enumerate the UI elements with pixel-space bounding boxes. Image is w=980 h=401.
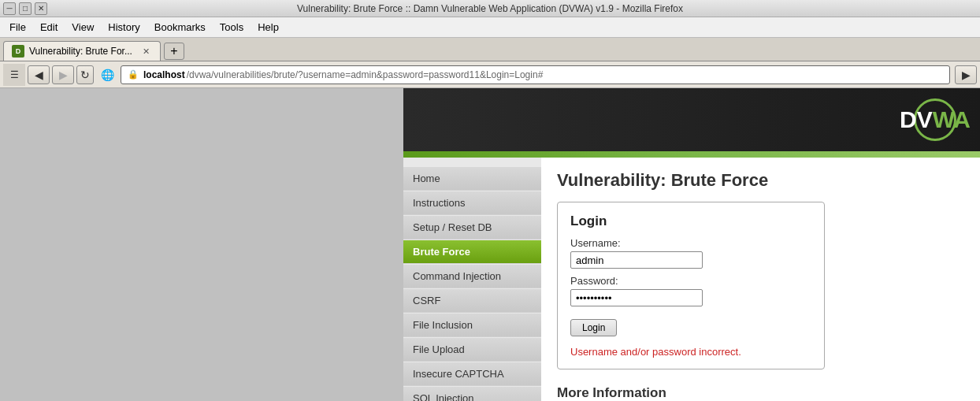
url-host: localhost [143,69,185,80]
left-panel [0,88,403,401]
maximize-button[interactable]: □ [19,2,32,15]
menu-bar: File Edit View History Bookmarks Tools H… [0,17,980,38]
tab-favicon: D [12,45,24,58]
dvwa-main: Home Instructions Setup / Reset DB Brute… [403,158,980,401]
globe-icon: 🌐 [96,65,118,84]
sidebar-item-brute-force[interactable]: Brute Force [403,240,541,264]
username-input[interactable] [570,251,703,269]
menu-view[interactable]: View [65,20,100,35]
sidebar-item-home[interactable]: Home [403,167,541,191]
page-content: DVWA Home Instructions Setup / Reset DB … [0,88,980,401]
menu-help[interactable]: Help [251,20,285,35]
window-controls: ─ □ ✕ [3,2,47,15]
window-title: Vulnerability: Brute Force :: Damn Vulne… [297,3,683,14]
page-title: Vulnerability: Brute Force [557,170,964,191]
sidebar-item-sql-injection[interactable]: SQL Injection [403,387,541,401]
back-button[interactable]: ◀ [28,65,50,84]
sidebar-item-insecure-captcha[interactable]: Insecure CAPTCHA [403,362,541,386]
password-group: Password: [570,275,811,306]
menu-bookmarks[interactable]: Bookmarks [148,20,212,35]
dvwa-app: DVWA Home Instructions Setup / Reset DB … [403,88,980,401]
dvwa-logo-text: DVWA [900,106,971,133]
sidebar-item-setup[interactable]: Setup / Reset DB [403,216,541,239]
header-stripe [403,151,980,158]
dvwa-logo-circle: DVWA [914,98,956,141]
personal-menu-button[interactable]: ☰ [3,64,25,86]
url-bar[interactable]: 🔒 localhost/dvwa/vulnerabilities/brute/?… [121,65,950,84]
username-group: Username: [570,237,811,269]
forward-button[interactable]: ▶ [52,65,74,84]
login-title: Login [570,213,811,229]
menu-history[interactable]: History [102,20,146,35]
close-button[interactable]: ✕ [35,2,47,15]
menu-edit[interactable]: Edit [34,20,64,35]
minimize-button[interactable]: ─ [3,2,16,15]
dvwa-header: DVWA [403,88,980,151]
username-label: Username: [570,237,811,249]
url-text: 🔒 localhost/dvwa/vulnerabilities/brute/?… [128,69,543,80]
menu-tools[interactable]: Tools [213,20,250,35]
dvwa-content: Vulnerability: Brute Force Login Usernam… [541,158,980,401]
sidebar-item-file-inclusion[interactable]: File Inclusion [403,314,541,337]
password-input[interactable] [570,289,703,306]
url-path: /dvwa/vulnerabilities/brute/?username=ad… [187,69,544,80]
login-box: Login Username: Password: Login Username… [557,202,825,369]
sidebar-item-csrf[interactable]: CSRF [403,289,541,313]
dvwa-logo: DVWA [911,98,956,141]
nav-bar: ☰ ◀ ▶ ↻ 🌐 🔒 localhost/dvwa/vulnerabiliti… [0,61,980,88]
sidebar-item-command-injection[interactable]: Command Injection [403,265,541,288]
new-tab-button[interactable]: + [164,43,184,60]
window-titlebar: ─ □ ✕ Vulnerability: Brute Force :: Damn… [0,0,980,17]
tab-bar: D Vulnerability: Brute For... ✕ + [0,38,980,61]
sidebar-item-instructions[interactable]: Instructions [403,191,541,215]
tab-close-button[interactable]: ✕ [140,46,152,58]
dvwa-sidebar: Home Instructions Setup / Reset DB Brute… [403,158,541,401]
login-button[interactable]: Login [570,319,617,336]
password-label: Password: [570,275,811,287]
nav-search-button[interactable]: ▶ [955,65,977,84]
menu-file[interactable]: File [3,20,32,35]
sidebar-item-file-upload[interactable]: File Upload [403,338,541,362]
reload-button[interactable]: ↻ [76,65,94,84]
url-lock-icon: 🔒 [128,69,139,80]
error-message: Username and/or password incorrect. [570,346,811,358]
tab-title: Vulnerability: Brute For... [29,46,132,57]
browser-tab[interactable]: D Vulnerability: Brute For... ✕ [3,41,161,61]
more-info-title: More Information [557,385,964,401]
